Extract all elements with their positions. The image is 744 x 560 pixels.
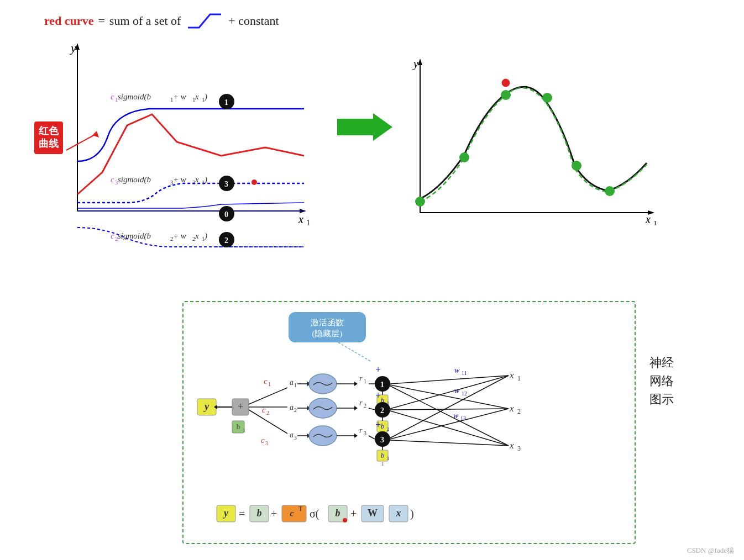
svg-text:c: c — [111, 175, 114, 184]
svg-text:1: 1 — [268, 381, 271, 387]
right-diagram: y x 1 — [398, 55, 663, 237]
formula-bar: red curve = sum of a set of + constant — [44, 10, 279, 32]
svg-text:σ(: σ( — [310, 508, 319, 520]
svg-text:): ) — [410, 508, 414, 520]
svg-point-55 — [459, 152, 469, 162]
svg-text:c: c — [261, 436, 265, 445]
sum-text: sum of a set of — [109, 14, 181, 28]
svg-rect-164 — [282, 505, 306, 522]
svg-text:1: 1 — [381, 461, 384, 467]
svg-text:0: 0 — [224, 210, 228, 219]
svg-line-136 — [369, 436, 375, 439]
svg-text:x: x — [396, 508, 401, 519]
svg-text:x: x — [645, 213, 651, 225]
svg-text:W: W — [368, 508, 378, 519]
red-curve-label: red curve — [44, 14, 93, 28]
svg-marker-99 — [354, 382, 358, 386]
svg-marker-49 — [418, 59, 422, 65]
equals-sign: = — [98, 14, 104, 28]
plus-constant-text: + constant — [228, 14, 279, 28]
svg-text:2: 2 — [517, 408, 521, 415]
svg-text:y: y — [223, 508, 229, 519]
svg-text:a: a — [290, 403, 294, 411]
svg-text:sigmoid(b: sigmoid(b — [118, 175, 151, 184]
svg-text:2: 2 — [387, 427, 389, 432]
svg-line-156 — [390, 409, 509, 439]
svg-text:1: 1 — [517, 374, 521, 382]
svg-text:): ) — [204, 92, 207, 102]
svg-text:+: + — [375, 364, 381, 375]
svg-text:2: 2 — [364, 403, 366, 409]
svg-text:y: y — [412, 57, 418, 70]
svg-text:+: + — [238, 401, 243, 412]
svg-text:+: + — [375, 419, 381, 430]
svg-text:x: x — [509, 403, 514, 414]
svg-text:b: b — [237, 422, 240, 431]
svg-text:b: b — [381, 422, 384, 430]
svg-text:2: 2 — [380, 406, 384, 415]
red-label-box: 红色曲线 — [34, 121, 63, 154]
svg-text:+: + — [271, 508, 277, 520]
svg-text:): ) — [204, 175, 207, 184]
svg-text:12: 12 — [462, 390, 467, 397]
svg-text:x: x — [509, 370, 514, 381]
svg-point-60 — [502, 79, 510, 87]
svg-text:a: a — [290, 431, 294, 439]
svg-point-56 — [501, 90, 511, 100]
svg-line-64 — [338, 342, 371, 362]
svg-text:+ w: + w — [173, 175, 186, 184]
svg-line-153 — [390, 409, 509, 410]
svg-text:3: 3 — [224, 180, 228, 188]
svg-text:r: r — [359, 374, 363, 383]
svg-text:3: 3 — [294, 435, 297, 441]
svg-text:1: 1 — [653, 219, 657, 227]
svg-line-76 — [249, 388, 287, 404]
left-diagram: y x 1 c 1 sigmoid(b 1 + w 1 x 1 ) c 3 si… — [17, 40, 337, 272]
nn-label: 神经 网络 图示 — [649, 353, 674, 408]
red-label-arrow — [64, 120, 108, 164]
svg-text:sigmoid(b: sigmoid(b — [118, 92, 151, 102]
svg-text:激活函数: 激活函数 — [311, 318, 344, 327]
svg-line-135 — [369, 408, 375, 410]
svg-point-43 — [252, 179, 257, 185]
svg-text:=: = — [239, 508, 245, 520]
svg-text:c: c — [111, 92, 114, 101]
svg-line-157 — [390, 440, 509, 446]
svg-text:b: b — [257, 508, 262, 519]
svg-marker-45 — [92, 131, 99, 138]
svg-text:3: 3 — [265, 440, 268, 446]
svg-text:1: 1 — [243, 427, 245, 433]
svg-text:x: x — [509, 440, 514, 451]
svg-text:1: 1 — [364, 378, 366, 384]
svg-text:y: y — [70, 41, 76, 55]
svg-marker-101 — [354, 406, 358, 410]
svg-text:c: c — [111, 231, 114, 240]
svg-text:1: 1 — [380, 381, 384, 389]
svg-text:): ) — [204, 231, 207, 241]
svg-text:+ w: + w — [173, 231, 186, 240]
svg-text:x: x — [298, 213, 303, 225]
svg-point-59 — [605, 186, 615, 196]
svg-text:T: T — [298, 505, 303, 513]
svg-text:y: y — [203, 401, 209, 412]
svg-text:x: x — [195, 231, 199, 240]
svg-point-170 — [343, 518, 347, 522]
svg-text:x: x — [195, 175, 199, 184]
svg-marker-103 — [354, 434, 358, 438]
nn-svg: 激活函数 (隐藏层) y + b 1 c 1 c 2 c 3 a 1 — [184, 302, 637, 545]
svg-text:b: b — [381, 452, 384, 459]
svg-text:x: x — [195, 92, 199, 101]
svg-text:1: 1 — [306, 219, 310, 227]
neural-network-diagram: 激活函数 (隐藏层) y + b 1 c 1 c 2 c 3 a 1 — [182, 301, 636, 544]
svg-line-44 — [66, 134, 97, 150]
svg-text:b: b — [336, 508, 340, 519]
svg-line-149 — [390, 376, 509, 384]
svg-text:11: 11 — [462, 370, 467, 376]
svg-text:c: c — [290, 509, 294, 518]
svg-point-57 — [542, 93, 552, 103]
svg-text:w: w — [454, 366, 460, 374]
svg-text:+: + — [350, 508, 357, 520]
svg-text:3: 3 — [517, 445, 521, 452]
svg-text:2: 2 — [266, 410, 269, 416]
svg-text:3: 3 — [364, 430, 366, 436]
